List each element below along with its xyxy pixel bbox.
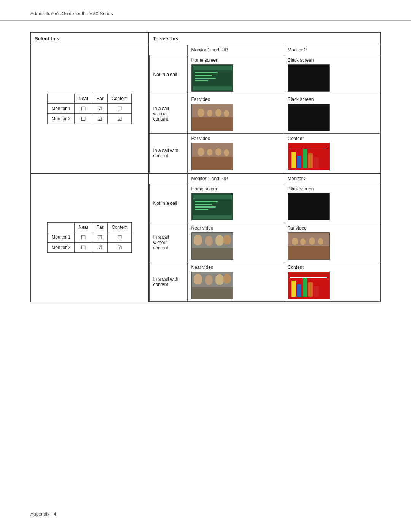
col-monitor2-label-s2: Monitor 2 [288,176,307,181]
far-video-image-s2r2 [288,232,330,260]
s1-r1-col2: Black screen [284,55,380,94]
col-near-label-s2: Near [75,223,92,232]
col-monitor1-pip-label: Monitor 1 and PIP [191,47,228,53]
col-content-label: Content [108,94,132,104]
s2-r2-col1: Near video [187,223,284,262]
s1-r1-col1: Home screen [187,55,284,94]
far-video-image-s1r3 [191,143,233,170]
s1-m2-near: ☐ [75,114,92,124]
s2-m1-near: ☐ [75,232,92,243]
page-header: Administrator's Guide for the VSX Series [0,0,411,21]
scenario-call-no-content-s2: In a callwithout content [149,223,187,262]
footer-text: Appendix - 4 [30,511,56,517]
s1-m1-content: ☐ [108,104,132,114]
row-monitor1-label: Monitor 1 [48,104,75,114]
black-screen-s1r2 [288,104,330,131]
s1-r2-col2: Black screen [284,94,380,134]
scenario-not-in-call-s2: Not in a call [149,184,187,223]
s2-row-monitor2-label: Monitor 2 [48,243,75,253]
col-far-label: Far [92,94,108,104]
to-see-table-section2: Monitor 1 and PIP Monitor 2 Not in a cal… [149,174,381,302]
col-monitor1-pip-label-s2: Monitor 1 and PIP [191,176,228,181]
s1-m1-near: ☐ [75,104,92,114]
s2-row-monitor1-label: Monitor 1 [48,232,75,243]
s1-m2-far: ☑ [92,114,108,124]
s2-m1-far: ☐ [92,232,108,243]
checkbox-table-section2: Near Far Content Monitor 1 ☐ ☐ ☐ [47,222,132,253]
home-screen-image-s1 [191,64,233,92]
to-see-table-section1: Monitor 1 and PIP Monitor 2 Not in a cal… [149,45,381,173]
s2-m2-near: ☐ [75,243,92,253]
page-footer: Appendix - 4 [30,511,56,517]
s2-r2-col2: Far video [284,223,380,262]
header-title: Administrator's Guide for the VSX Series [30,11,113,16]
s1-m2-content: ☑ [108,114,132,124]
s2-r3-col1: Near video [187,262,284,302]
scenario-call-with-content-s1: In a call withcontent [149,134,187,173]
row-monitor2-label: Monitor 2 [48,114,75,124]
home-screen-image-s2 [191,193,233,220]
black-screen-s1r1 [288,64,330,92]
select-header: Select this: [35,36,61,42]
s1-m1-far: ☑ [92,104,108,114]
s1-r3-col1: Far video [187,134,284,173]
s1-r2-col1: Far video [187,94,284,134]
col-far-label-s2: Far [92,223,108,232]
scenario-not-in-call-s1: Not in a call [149,55,187,94]
black-screen-s2r1 [288,193,330,220]
s2-m1-content: ☐ [108,232,132,243]
to-see-header: To see this: [153,36,180,42]
s2-m2-far: ☑ [92,243,108,253]
s2-r1-col1: Home screen [187,184,284,223]
main-table: Select this: To see this: Near Far [30,32,381,302]
near-video-image-s2r2 [191,232,233,260]
scenario-call-no-content-s1: In a callwithout content [149,94,187,134]
col-content-label-s2: Content [108,223,132,232]
content-chart-s1r3 [288,143,330,170]
far-video-image-s1r2 [191,104,233,131]
checkbox-table-section1: Near Far Content Monitor 1 ☐ ☑ ☐ [47,94,132,124]
col-monitor2-label-s1: Monitor 2 [288,47,307,53]
near-video-image-s2r3 [191,272,233,299]
scenario-call-with-content-s2: In a call withcontent [149,262,187,302]
col-near-label: Near [75,94,92,104]
s2-r1-col2: Black screen [284,184,380,223]
content-chart-s2r3 [288,272,330,299]
s1-r3-col2: Content [284,134,380,173]
s2-r3-col2: Content [284,262,380,302]
s2-m2-content: ☑ [108,243,132,253]
